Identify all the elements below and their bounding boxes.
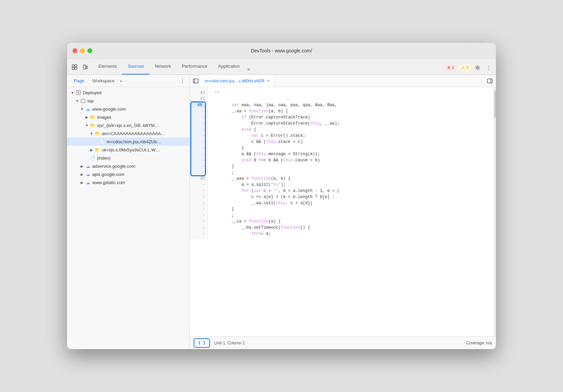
maximize-button[interactable]	[87, 48, 92, 53]
code-line: }	[212, 163, 490, 169]
code-line: else {	[212, 127, 490, 133]
code-line: ;	[212, 212, 490, 218]
code-line: var eaa, naa, jaa, oaa, paa, qaa, Aaa, B…	[212, 102, 490, 108]
tree-label-xjs: xjs/_/js/k=xjs.s.en_GB.-b6YM…	[97, 123, 159, 128]
code-line: a && (this.message = String(a));	[212, 151, 490, 157]
line-number: –	[190, 133, 205, 139]
tab-sources[interactable]: Sources	[122, 59, 149, 75]
code-line: if (Error.captureStackTrace)	[212, 114, 490, 120]
tree-item-am[interactable]: ▼ 📁 am=CAAAAAAAAAAAAAAAA…	[67, 129, 189, 137]
tree-arrow-apis: ▶	[79, 172, 85, 177]
tree-item-apis[interactable]: ▶ ☁ apis.google.com	[67, 170, 189, 178]
tree-item-xjs[interactable]: ▼ 📁 xjs/_/js/k=xjs.s.en_GB.-b6YM…	[67, 121, 189, 129]
devtools-main-tabs: Elements Sources Network Performance App…	[67, 59, 496, 75]
code-editor[interactable]: */ var eaa, naa, jaa, oaa, paa, qaa, Aaa…	[208, 87, 494, 336]
line-numbers: 424345–––––––––––46---------	[190, 87, 208, 240]
folder-icon-images: 📁	[90, 114, 96, 120]
tree-label-index: (index)	[97, 156, 111, 161]
code-line: for (var c = "", d = a.length - 1, e = (	[212, 188, 490, 194]
tree-item-top[interactable]: ▼ top	[67, 97, 189, 105]
sidebar-right-toggle[interactable]	[485, 76, 495, 86]
format-button[interactable]: { }	[194, 338, 210, 348]
tree-item-adservice[interactable]: ▶ ☁ adservice.google.com	[67, 162, 189, 170]
tree-label-top: top	[87, 98, 94, 103]
file-icon-index: 📄	[90, 155, 96, 161]
vertical-scrollbar[interactable]	[494, 87, 496, 336]
line-number: 43	[190, 96, 205, 102]
file-icon-mfile: 📄	[99, 138, 105, 145]
sidebar-tab-page[interactable]: Page	[70, 77, 88, 85]
tab-network[interactable]: Network	[149, 59, 177, 75]
tab-elements[interactable]: Elements	[93, 59, 122, 75]
tree-item-images[interactable]: ▶ 📁 images	[67, 113, 189, 121]
tree-item-ck[interactable]: ▶ 📁 ck=xjs.s.0Mx5ys3sCUI.L.W…	[67, 146, 189, 154]
line-number: –	[190, 145, 205, 151]
editor-tab-file[interactable]: m=cdos,hsm,jsa,...c,dtl0hd,eHDfl ✕	[200, 75, 274, 87]
line-number: -	[190, 188, 205, 194]
tree-arrow-www-google: ▼	[79, 106, 85, 112]
tree-label-am: am=CAAAAAAAAAAAAAAAA…	[102, 131, 165, 136]
tree-item-mfile[interactable]: ▶ 📄 m=cdos,hsm,jsa,mb4ZUb…	[67, 137, 189, 146]
editor-tab-close-button[interactable]: ✕	[267, 79, 270, 83]
device-toggle-icon[interactable]	[81, 62, 90, 72]
code-line: throw a;	[212, 231, 490, 237]
sidebar-more-button[interactable]: »	[118, 77, 124, 85]
folder-icon-am: 📁	[94, 130, 100, 136]
sidebar-tab-workspace[interactable]: Workspace	[88, 77, 118, 85]
tree-arrow-adservice: ▶	[79, 163, 85, 169]
code-line: ;	[212, 169, 490, 176]
devtools-icons	[70, 62, 90, 75]
close-button[interactable]	[73, 48, 77, 53]
minimize-button[interactable]	[80, 48, 85, 53]
sources-sidebar: Page Workspace » ⋮ ▼	[67, 75, 190, 349]
cloud-icon-gstatic: ☁	[85, 179, 91, 185]
line-number: -	[190, 206, 205, 212]
folder-icon-ck: 📁	[94, 147, 100, 153]
line-number: –	[190, 163, 205, 169]
tree-item-gstatic[interactable]: ▶ ☁ www.gstatic.com	[67, 178, 189, 186]
code-line: _.ca = function(a) {	[212, 218, 490, 225]
more-options-button[interactable]: ⋮	[484, 63, 493, 72]
line-number: –	[190, 108, 205, 114]
tree-arrow-gstatic: ▶	[79, 180, 85, 185]
tree-item-www-google[interactable]: ▼ ☁ www.google.com	[67, 105, 189, 113]
svg-rect-11	[487, 79, 492, 83]
tree-label-images: images	[97, 115, 111, 120]
code-line: }	[212, 206, 490, 212]
inspect-icon[interactable]	[70, 62, 79, 72]
devtools-window: DevTools - www.google.com/ Elements	[67, 43, 496, 349]
sidebar-menu-button[interactable]: ⋮	[178, 77, 187, 85]
sidebar-left-toggle[interactable]	[191, 76, 200, 86]
scrollbar-thumb[interactable]	[494, 91, 496, 118]
error-badge[interactable]: ✕ 1	[444, 64, 457, 71]
sidebar-file-tree: ▼ Deployed ▼	[67, 87, 189, 349]
line-number: 42	[190, 90, 205, 96]
tree-arrow-top: ▼	[75, 98, 80, 103]
line-number: -	[190, 200, 205, 206]
tree-item-deployed[interactable]: ▼ Deployed	[67, 88, 189, 97]
titlebar: DevTools - www.google.com/	[67, 43, 496, 59]
tree-label-ck: ck=xjs.s.0Mx5ys3sCUI.L.W…	[102, 147, 160, 152]
svg-rect-5	[86, 66, 87, 69]
tree-arrow-images: ▶	[84, 114, 90, 120]
line-number: –	[190, 157, 205, 163]
tree-item-index[interactable]: ▶ 📄 (index)	[67, 154, 189, 162]
tab-performance[interactable]: Performance	[177, 59, 213, 75]
content-area: Page Workspace » ⋮ ▼	[67, 75, 496, 349]
status-bar: { } Line 1, Column 1 Coverage: n/a	[190, 336, 496, 349]
settings-button[interactable]	[473, 63, 482, 72]
tree-label-mfile: m=cdos,hsm,jsa,mb4ZUb…	[107, 139, 161, 144]
tab-application[interactable]: Application	[213, 59, 245, 75]
line-numbers-wrapper: 424345–––––––––––46---------	[190, 87, 208, 336]
tree-label-adservice: adservice.google.com	[92, 164, 135, 169]
line-number: -	[190, 218, 205, 225]
code-line: Error.captureStackTrace(this, _.aa);	[212, 120, 490, 127]
svg-rect-9	[193, 79, 198, 83]
code-line	[212, 96, 490, 102]
svg-rect-4	[83, 65, 86, 69]
more-tabs-button[interactable]: »	[245, 66, 252, 75]
tree-label-apis: apis.google.com	[92, 172, 125, 177]
frame-icon	[80, 98, 86, 104]
code-line: c && (this.stack = c)	[212, 139, 490, 145]
warning-badge[interactable]: ⚠ 5	[458, 64, 471, 71]
